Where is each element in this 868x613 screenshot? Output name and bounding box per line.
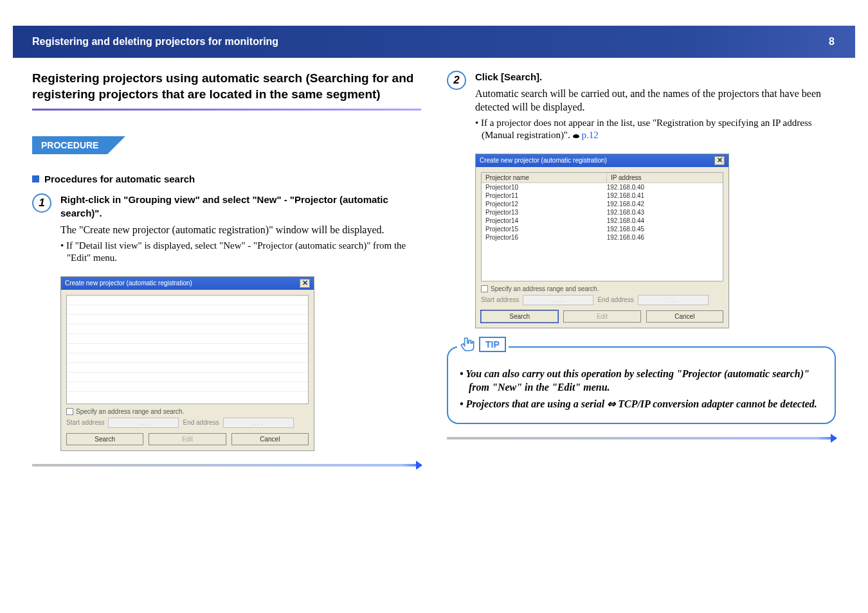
checkbox-label: Specify an address range and search. xyxy=(76,408,184,415)
dialog-title: Create new projector (automatic registra… xyxy=(65,280,192,287)
address-row: Start address . . . End address . . . xyxy=(66,418,309,428)
heading-underline xyxy=(32,109,421,111)
end-address-label: End address xyxy=(183,419,219,426)
cancel-button[interactable]: Cancel xyxy=(231,433,309,445)
step-number-2: 2 xyxy=(447,71,466,90)
step-number-1: 1 xyxy=(32,193,51,213)
edit-button[interactable]: Edit xyxy=(149,433,226,445)
cell-ip-address: 192.168.0.41 xyxy=(607,192,719,199)
left-column: Registering projectors using automatic s… xyxy=(32,71,421,466)
address-range-checkbox-2[interactable] xyxy=(481,285,488,292)
table-row[interactable]: Projector15192.168.0.45 xyxy=(482,225,723,233)
header-title: Registering and deleting projectors for … xyxy=(32,36,278,48)
pointer-icon xyxy=(573,133,582,139)
address-range-checkbox[interactable] xyxy=(66,408,73,415)
cell-ip-address: 192.168.0.43 xyxy=(607,209,719,216)
dialog-body: Specify an address range and search. Sta… xyxy=(61,290,314,450)
table-row[interactable]: Projector12192.168.0.42 xyxy=(482,200,723,208)
step-1-body: Right-click in "Grouping view" and selec… xyxy=(60,193,421,450)
step-1: 1 Right-click in "Grouping view" and sel… xyxy=(32,193,421,450)
procedure-tab: PROCEDURE xyxy=(32,136,107,154)
results-header: Projector name IP address xyxy=(482,173,723,183)
sub-heading-text: Procedures for automatic search xyxy=(44,173,195,184)
dialog-titlebar: Create new projector (automatic registra… xyxy=(61,277,314,290)
start-address-input-2[interactable]: . . . xyxy=(523,295,593,305)
table-row[interactable]: Projector10192.168.0.40 xyxy=(482,183,723,191)
table-row[interactable]: Projector14192.168.0.44 xyxy=(482,217,723,225)
page-number: 8 xyxy=(829,36,835,48)
end-address-input-2[interactable]: . . . xyxy=(638,295,709,305)
search-button[interactable]: Search xyxy=(66,433,143,445)
column-ip-address[interactable]: IP address xyxy=(607,173,723,182)
step-1-text: The "Create new projector (automatic reg… xyxy=(60,224,421,237)
cell-ip-address: 192.168.0.45 xyxy=(607,226,719,233)
step-2-body: Click [Search]. Automatic search will be… xyxy=(475,71,836,328)
step-2: 2 Click [Search]. Automatic search will … xyxy=(447,71,836,328)
start-address-label: Start address xyxy=(66,419,104,426)
cell-projector-name: Projector14 xyxy=(485,217,607,224)
right-column: 2 Click [Search]. Automatic search will … xyxy=(447,71,836,466)
content: Registering projectors using automatic s… xyxy=(32,71,836,466)
dialog-titlebar-2: Create new projector (automatic registra… xyxy=(476,154,728,167)
header-bar: Registering and deleting projectors for … xyxy=(13,26,855,58)
edit-button-2[interactable]: Edit xyxy=(563,310,640,323)
table-row[interactable]: Projector13192.168.0.43 xyxy=(482,208,723,217)
page-link-p12[interactable]: p.12 xyxy=(582,130,599,140)
checkbox-label-2: Specify an address range and search. xyxy=(491,285,599,292)
tip-hand-icon xyxy=(460,336,476,353)
empty-rows xyxy=(67,296,308,392)
results-list[interactable]: Projector name IP address Projector10192… xyxy=(481,172,723,281)
table-row[interactable]: Projector16192.168.0.46 xyxy=(482,233,723,242)
column-continuation-arrow-2 xyxy=(447,437,836,440)
close-icon-2[interactable]: ✕ xyxy=(714,156,725,165)
section-heading: Registering projectors using automatic s… xyxy=(32,71,421,102)
step-2-text: Automatic search will be carried out, an… xyxy=(475,87,836,114)
step-1-bullet: • If "Detail list view" is displayed, se… xyxy=(60,240,421,265)
tip-badge: TIP xyxy=(479,337,506,352)
dialog-results: Create new projector (automatic registra… xyxy=(475,154,729,328)
sub-heading: Procedures for automatic search xyxy=(32,173,421,184)
search-button-2[interactable]: Search xyxy=(481,310,558,323)
dialog-buttons: Search Edit Cancel xyxy=(66,433,309,445)
tip-label: TIP xyxy=(457,336,509,353)
address-row-2: Start address . . . End address . . . xyxy=(481,295,723,305)
start-address-input[interactable]: . . . xyxy=(108,418,179,428)
dialog-buttons-2: Search Edit Cancel xyxy=(481,310,723,323)
cell-projector-name: Projector10 xyxy=(485,184,607,191)
step-2-title: Click [Search]. xyxy=(475,71,836,84)
cell-projector-name: Projector15 xyxy=(485,226,607,233)
bullet-square-icon xyxy=(32,175,39,182)
tip-item-2: • Projectors that are using a serial ⇔ T… xyxy=(458,397,824,411)
step-2-bullet: • If a projector does not appear in the … xyxy=(475,117,836,142)
cell-ip-address: 192.168.0.44 xyxy=(607,217,719,224)
close-icon[interactable]: ✕ xyxy=(300,279,310,288)
start-address-label-2: Start address xyxy=(481,296,519,303)
cell-ip-address: 192.168.0.42 xyxy=(607,200,719,208)
cell-ip-address: 192.168.0.46 xyxy=(607,234,719,241)
end-address-label-2: End address xyxy=(597,296,633,303)
checkbox-row: Specify an address range and search. xyxy=(66,408,309,415)
column-continuation-arrow xyxy=(32,464,421,466)
table-row[interactable]: Projector11192.168.0.41 xyxy=(482,191,723,200)
cell-projector-name: Projector11 xyxy=(485,192,607,199)
step-1-title: Right-click in "Grouping view" and selec… xyxy=(60,193,421,220)
cell-projector-name: Projector13 xyxy=(485,209,607,216)
column-projector-name[interactable]: Projector name xyxy=(482,173,607,182)
cell-projector-name: Projector12 xyxy=(485,200,607,208)
results-list-empty[interactable] xyxy=(66,295,309,404)
step-2-bullet-text: • If a projector does not appear in the … xyxy=(475,118,812,141)
checkbox-row-2: Specify an address range and search. xyxy=(481,285,723,292)
dialog-title-2: Create new projector (automatic registra… xyxy=(480,157,607,164)
dialog-empty: Create new projector (automatic registra… xyxy=(60,276,314,451)
results-rows: Projector10192.168.0.40Projector11192.16… xyxy=(482,183,723,242)
end-address-input[interactable]: . . . xyxy=(223,418,294,428)
cell-ip-address: 192.168.0.40 xyxy=(607,184,719,191)
cell-projector-name: Projector16 xyxy=(485,234,607,241)
cancel-button-2[interactable]: Cancel xyxy=(646,310,723,323)
procedure-label: PROCEDURE xyxy=(32,136,107,154)
tip-item-1: • You can also carry out this operation … xyxy=(458,367,824,395)
dialog-body-2: Projector name IP address Projector10192… xyxy=(476,167,728,328)
tip-box: TIP • You can also carry out this operat… xyxy=(447,346,836,424)
